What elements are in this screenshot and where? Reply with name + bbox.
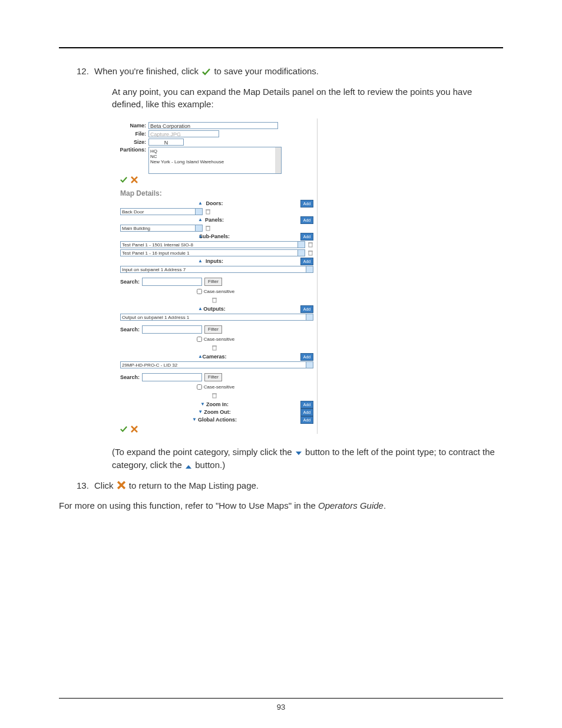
svg-rect-2	[206, 226, 210, 230]
panels-select[interactable]: Main Building	[120, 225, 203, 232]
search-input[interactable]	[142, 325, 202, 334]
case-sensitive-checkbox[interactable]	[197, 289, 202, 294]
map-details-figure: Name: Beta Corporation File: Capture.JPG…	[112, 118, 318, 434]
search-input[interactable]	[142, 278, 202, 286]
more-a: For more on using this function, refer t…	[59, 500, 318, 510]
expand-paragraph: At any point, you can expand the Map Det…	[112, 85, 503, 110]
case-sensitive-checkbox[interactable]	[197, 384, 202, 390]
size-label: Size:	[112, 139, 148, 145]
trash-icon[interactable]	[112, 297, 317, 304]
collapse-icon[interactable]: ▲	[198, 306, 203, 311]
add-button[interactable]: Add	[300, 409, 313, 416]
svg-rect-10	[213, 346, 216, 350]
save-icon[interactable]	[120, 176, 127, 185]
trash-icon[interactable]	[308, 250, 313, 256]
map-details-heading: Map Details:	[120, 189, 317, 197]
case-sensitive-label: Case-sensitive	[204, 384, 234, 390]
search-input[interactable]	[142, 373, 202, 381]
case-sensitive-label: Case-sensitive	[204, 289, 234, 294]
outputs-select[interactable]: Output on subpanel 1 Address 1	[120, 314, 313, 321]
filter-button[interactable]: Filter	[204, 373, 222, 381]
collapse-icon[interactable]: ▲	[198, 354, 203, 359]
file-field[interactable]: Capture.JPG	[148, 130, 219, 137]
cameras-select[interactable]: 29MP-HD-PRO-C - LID 32	[120, 361, 313, 368]
partitions-label: Partitions:	[112, 147, 148, 153]
svg-rect-6	[309, 251, 312, 255]
add-button[interactable]: Add	[300, 416, 313, 424]
top-rule	[59, 47, 503, 48]
add-button[interactable]: Add	[300, 216, 313, 224]
more-paragraph: For more on using this function, refer t…	[59, 499, 503, 512]
add-button[interactable]: Add	[300, 233, 313, 241]
step-number: 13.	[77, 480, 94, 492]
filter-button[interactable]: Filter	[204, 325, 222, 334]
partitions-listbox[interactable]: HQ NC New York - Long Island Warehouse	[148, 147, 282, 174]
svg-rect-12	[213, 394, 216, 398]
partition-item[interactable]: New York - Long Island Warehouse	[150, 159, 280, 164]
partition-item[interactable]: NC	[150, 154, 280, 159]
subpanels-heading: Sub-Panels:	[199, 233, 230, 239]
doors-select[interactable]: Back Door	[120, 208, 203, 215]
add-button[interactable]: Add	[300, 305, 313, 313]
trash-icon[interactable]	[308, 242, 313, 248]
size-field[interactable]: N	[148, 139, 184, 146]
cancel-icon[interactable]	[131, 426, 138, 434]
cancel-icon	[117, 481, 125, 491]
step-number: 12.	[77, 66, 94, 77]
search-label: Search:	[120, 279, 140, 285]
expand-arrow-icon	[296, 446, 302, 459]
inputs-heading: Inputs:	[206, 258, 223, 264]
trash-icon[interactable]	[112, 345, 317, 352]
cameras-heading: Cameras:	[202, 354, 226, 360]
add-button[interactable]: Add	[300, 200, 313, 207]
subpanel-select[interactable]: Test Panel 1 - 16 input module 1	[120, 249, 305, 256]
svg-rect-4	[309, 243, 312, 247]
collapse-icon[interactable]: ▲	[198, 233, 203, 239]
guide-title: Operators Guide	[318, 500, 384, 510]
name-field[interactable]: Beta Corporation	[148, 122, 278, 129]
step-text-b: to return to the Map Listing page.	[129, 480, 259, 490]
partition-item[interactable]: HQ	[150, 149, 280, 154]
caption-paragraph: (To expand the point category, simply cl…	[112, 446, 503, 472]
zoom-in-label: Zoom In:	[206, 401, 229, 407]
step-text-a: When you're finished, click	[94, 66, 201, 76]
expand-icon[interactable]: ▼	[192, 417, 197, 422]
filter-button[interactable]: Filter	[204, 278, 222, 286]
add-button[interactable]: Add	[300, 353, 313, 361]
collapse-icon[interactable]: ▲	[198, 217, 203, 222]
file-label: File:	[112, 131, 148, 137]
inputs-select[interactable]: Input on subpanel 1 Address 7	[120, 266, 313, 273]
case-sensitive-checkbox[interactable]	[197, 337, 202, 342]
caption-c: button.)	[195, 460, 225, 470]
step-13: 13. Click to return to the Map Listing p…	[77, 480, 503, 492]
trash-icon[interactable]	[205, 209, 211, 215]
outputs-heading: Outputs:	[203, 306, 226, 312]
step-text-a: Click	[94, 480, 116, 490]
trash-icon[interactable]	[205, 225, 211, 231]
trash-icon[interactable]	[112, 393, 317, 400]
scrollbar[interactable]	[275, 147, 281, 173]
page-number: 93	[0, 703, 562, 711]
search-label: Search:	[120, 374, 140, 380]
doors-heading: Doors:	[206, 200, 223, 206]
add-button[interactable]: Add	[300, 401, 313, 409]
step-12: 12. When you're finished, click to save …	[77, 66, 503, 77]
cancel-icon[interactable]	[131, 176, 138, 185]
subpanel-select[interactable]: Test Panel 1 - 1501 Internal SIO-8	[120, 241, 305, 248]
save-icon[interactable]	[120, 426, 127, 434]
footer-rule	[59, 698, 503, 699]
search-label: Search:	[120, 327, 140, 332]
collapse-arrow-icon	[186, 460, 191, 472]
more-b: .	[384, 500, 386, 510]
expand-icon[interactable]: ▼	[200, 401, 205, 407]
expand-icon[interactable]: ▼	[198, 409, 203, 414]
add-button[interactable]: Add	[300, 258, 313, 265]
step-text-b: to save your modifications.	[214, 66, 319, 76]
collapse-icon[interactable]: ▲	[198, 258, 203, 263]
global-actions-label: Global Actions:	[198, 417, 237, 423]
panels-heading: Panels:	[205, 217, 224, 223]
caption-a: (To expand the point category, simply cl…	[112, 447, 295, 457]
name-label: Name:	[112, 123, 148, 129]
zoom-out-label: Zoom Out:	[204, 409, 231, 415]
collapse-icon[interactable]: ▲	[198, 200, 203, 206]
